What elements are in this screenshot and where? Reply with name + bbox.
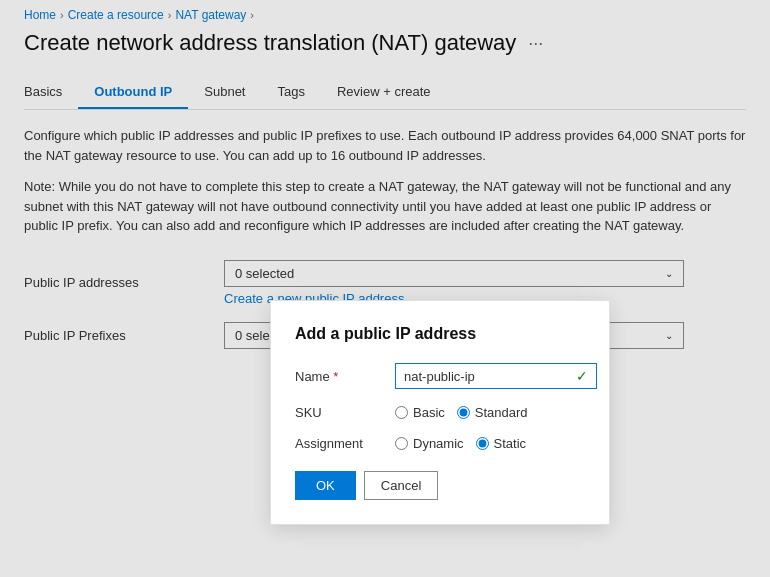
sku-basic-label: Basic: [413, 405, 445, 420]
assignment-dynamic-radio[interactable]: [395, 437, 408, 450]
modal-name-input-wrapper: ✓: [395, 363, 597, 389]
modal-sku-label: SKU: [295, 405, 395, 420]
modal-assignment-options: Dynamic Static: [395, 436, 585, 451]
sku-standard-option[interactable]: Standard: [457, 405, 528, 420]
modal-overlay: Add a public IP address Name * ✓ SKU Bas…: [0, 0, 770, 577]
modal-name-input[interactable]: [404, 369, 572, 384]
assignment-static-label: Static: [494, 436, 527, 451]
assignment-static-radio[interactable]: [476, 437, 489, 450]
modal-name-label: Name *: [295, 369, 395, 384]
modal-buttons: OK Cancel: [295, 471, 585, 500]
modal-assignment-field: Assignment Dynamic Static: [295, 436, 585, 451]
modal-sku-options: Basic Standard: [395, 405, 585, 420]
modal-title: Add a public IP address: [295, 325, 585, 343]
modal-assignment-label: Assignment: [295, 436, 395, 451]
sku-basic-radio[interactable]: [395, 406, 408, 419]
modal-sku-field: SKU Basic Standard: [295, 405, 585, 420]
add-public-ip-modal: Add a public IP address Name * ✓ SKU Bas…: [270, 300, 610, 525]
name-required-indicator: *: [333, 369, 338, 384]
sku-basic-option[interactable]: Basic: [395, 405, 445, 420]
modal-ok-button[interactable]: OK: [295, 471, 356, 500]
modal-cancel-button[interactable]: Cancel: [364, 471, 438, 500]
modal-name-field: Name * ✓: [295, 363, 585, 389]
assignment-dynamic-option[interactable]: Dynamic: [395, 436, 464, 451]
assignment-dynamic-label: Dynamic: [413, 436, 464, 451]
input-valid-icon: ✓: [576, 368, 588, 384]
sku-standard-radio[interactable]: [457, 406, 470, 419]
assignment-static-option[interactable]: Static: [476, 436, 527, 451]
sku-standard-label: Standard: [475, 405, 528, 420]
